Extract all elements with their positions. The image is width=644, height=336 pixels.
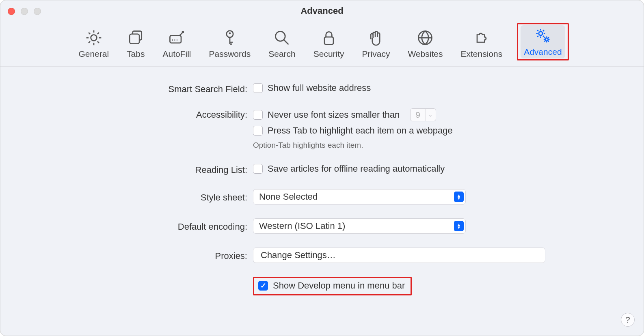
puzzle-icon xyxy=(473,29,491,47)
minimize-window-button[interactable] xyxy=(21,8,28,15)
tab-general[interactable]: General xyxy=(75,27,112,60)
default-encoding-select[interactable]: Western (ISO Latin 1) ▲▼ xyxy=(253,218,466,234)
offline-reading-option[interactable]: Save articles for offline reading automa… xyxy=(253,164,545,174)
svg-rect-6 xyxy=(324,37,333,44)
tab-label: Advanced xyxy=(524,47,562,57)
tab-label: Search xyxy=(268,49,296,59)
min-font-size-option[interactable]: Never use font sizes smaller than 9 ⌄ xyxy=(253,108,545,121)
checkbox-unchecked[interactable] xyxy=(253,110,263,120)
checkbox-label: Never use font sizes smaller than xyxy=(268,110,400,120)
label-accessibility: Accessibility: xyxy=(99,108,253,120)
tab-search[interactable]: Search xyxy=(265,27,299,60)
tab-label: Privacy xyxy=(362,49,390,59)
row-encoding: Default encoding: Western (ISO Latin 1) … xyxy=(99,218,545,234)
tabs-icon xyxy=(127,29,145,47)
key-icon xyxy=(221,29,239,47)
row-reading-list: Reading List: Save articles for offline … xyxy=(99,164,545,175)
svg-rect-1 xyxy=(130,34,140,44)
font-size-value: 9 xyxy=(411,110,425,120)
checkbox-label: Show full website address xyxy=(268,83,371,93)
label-smart-search: Smart Search Field: xyxy=(99,83,253,95)
autofill-icon xyxy=(168,29,186,47)
select-chevrons-icon: ▲▼ xyxy=(454,192,464,202)
tab-privacy[interactable]: Privacy xyxy=(359,27,393,60)
button-label: Change Settings… xyxy=(261,250,336,261)
svg-point-4 xyxy=(229,32,231,34)
tab-label: Websites xyxy=(408,49,443,59)
show-full-address-option[interactable]: Show full website address xyxy=(253,83,545,93)
row-proxies: Proxies: Change Settings… xyxy=(99,248,545,263)
highlight-develop-option: Show Develop menu in menu bar xyxy=(253,277,412,295)
change-proxy-settings-button[interactable]: Change Settings… xyxy=(253,248,545,263)
tab-label: Extensions xyxy=(460,49,502,59)
label-reading-list: Reading List: xyxy=(99,164,253,175)
zoom-window-button[interactable] xyxy=(34,8,41,15)
select-value: Western (ISO Latin 1) xyxy=(259,221,345,231)
globe-icon xyxy=(416,29,434,47)
tab-label: AutoFill xyxy=(162,49,191,59)
select-value: None Selected xyxy=(259,192,318,202)
row-accessibility: Accessibility: Never use font sizes smal… xyxy=(99,108,545,150)
tab-extensions[interactable]: Extensions xyxy=(457,27,506,60)
checkbox-label: Press Tab to highlight each item on a we… xyxy=(268,125,453,136)
checkbox-unchecked[interactable] xyxy=(253,126,263,136)
svg-rect-2 xyxy=(170,36,182,43)
highlight-advanced-tab: Advanced xyxy=(517,23,568,60)
accessibility-hint: Option-Tab highlights each item. xyxy=(253,141,545,150)
tab-tabs[interactable]: Tabs xyxy=(123,27,148,60)
row-smart-search: Smart Search Field: Show full website ad… xyxy=(99,83,545,95)
svg-point-9 xyxy=(545,38,548,41)
tab-websites[interactable]: Websites xyxy=(404,27,446,60)
titlebar: Advanced xyxy=(0,0,644,22)
close-window-button[interactable] xyxy=(8,8,15,15)
tab-label: General xyxy=(78,49,109,59)
lock-icon xyxy=(320,29,338,47)
preferences-window: Advanced General Tabs AutoFill Passwords… xyxy=(0,0,644,336)
advanced-pane: Smart Search Field: Show full website ad… xyxy=(0,67,644,336)
checkbox-label: Save articles for offline reading automa… xyxy=(268,164,445,174)
gear-icon xyxy=(85,29,103,47)
label-encoding: Default encoding: xyxy=(99,218,253,232)
gears-icon xyxy=(534,27,552,45)
label-style-sheet: Style sheet: xyxy=(99,189,253,203)
tab-label: Security xyxy=(313,49,344,59)
preferences-toolbar: General Tabs AutoFill Passwords Search S… xyxy=(0,22,644,67)
tab-highlight-option[interactable]: Press Tab to highlight each item on a we… xyxy=(253,125,545,136)
hand-icon xyxy=(367,29,385,47)
checkbox-label: Show Develop menu in menu bar xyxy=(273,280,405,291)
svg-point-5 xyxy=(276,31,285,41)
tab-autofill[interactable]: AutoFill xyxy=(159,27,194,60)
checkbox-unchecked[interactable] xyxy=(253,164,263,174)
traffic-lights xyxy=(8,8,41,15)
checkbox-checked[interactable] xyxy=(258,281,268,291)
row-style-sheet: Style sheet: None Selected ▲▼ xyxy=(99,189,545,205)
select-chevrons-icon: ▲▼ xyxy=(454,221,464,231)
window-title: Advanced xyxy=(300,6,343,16)
help-icon: ? xyxy=(625,315,630,325)
tab-label: Tabs xyxy=(127,49,145,59)
label-proxies: Proxies: xyxy=(99,248,253,261)
help-button[interactable]: ? xyxy=(621,313,635,327)
tab-passwords[interactable]: Passwords xyxy=(206,27,254,60)
checkbox-unchecked[interactable] xyxy=(253,83,263,93)
search-icon xyxy=(273,29,291,47)
row-develop: Show Develop menu in menu bar xyxy=(99,277,545,295)
svg-point-0 xyxy=(91,35,97,41)
tab-advanced[interactable]: Advanced xyxy=(521,25,565,58)
svg-point-8 xyxy=(539,32,542,35)
tab-label: Passwords xyxy=(209,49,251,59)
tab-security[interactable]: Security xyxy=(310,27,348,60)
font-size-stepper[interactable]: 9 ⌄ xyxy=(410,108,436,121)
chevron-down-icon[interactable]: ⌄ xyxy=(425,109,436,121)
style-sheet-select[interactable]: None Selected ▲▼ xyxy=(253,189,466,205)
